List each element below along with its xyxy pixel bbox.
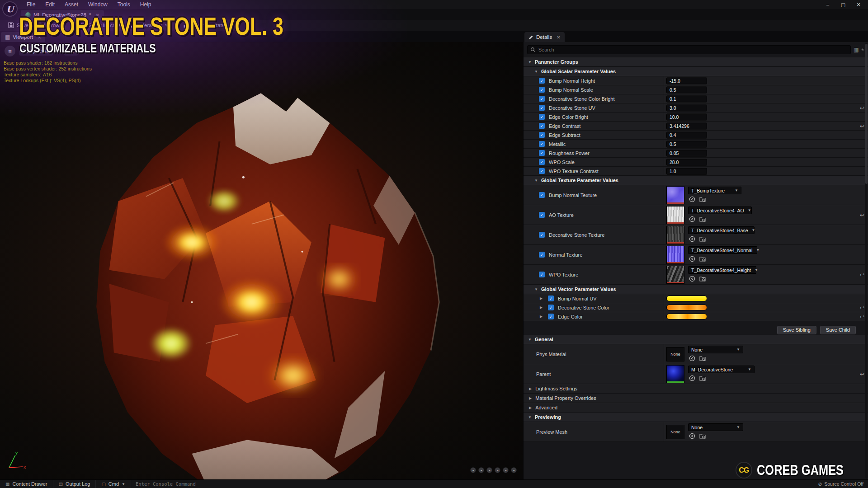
browse-to-asset-icon[interactable] [699, 236, 706, 242]
phys-material-dropdown[interactable]: None ▼ [688, 346, 743, 353]
viewport-control-icon[interactable]: ● [470, 467, 476, 473]
preview-mesh-dropdown[interactable]: None ▼ [688, 423, 743, 431]
param-override-checkbox[interactable]: ✓ [539, 159, 545, 165]
viewport-control-icon[interactable]: ● [503, 467, 509, 473]
param-value-input[interactable]: 3.0 [666, 104, 707, 111]
param-override-checkbox[interactable]: ✓ [548, 296, 554, 301]
menu-file[interactable]: File [22, 1, 40, 8]
menu-help[interactable]: Help [135, 1, 156, 8]
close-icon[interactable]: ✕ [557, 35, 560, 40]
chevron-right-icon[interactable]: ▶ [540, 296, 542, 300]
color-swatch[interactable] [666, 314, 707, 319]
asset-dropdown[interactable]: T_DecorativeStone4_Normal▼ [688, 246, 757, 254]
asset-dropdown[interactable]: T_DecorativeStone4_Height▼ [688, 266, 756, 274]
reset-to-default-button[interactable]: ↩ [860, 212, 864, 218]
browse-to-asset-icon[interactable] [699, 216, 706, 222]
reset-to-default-button[interactable]: ↩ [860, 105, 864, 111]
use-selected-asset-icon[interactable] [689, 236, 695, 242]
cmd-dropdown[interactable]: ▢ Cmd ▼ [96, 480, 131, 488]
phys-material-thumbnail[interactable]: None [666, 347, 684, 361]
search-field[interactable] [538, 47, 848, 52]
browse-to-asset-icon[interactable] [699, 433, 706, 439]
menu-edit[interactable]: Edit [40, 1, 60, 8]
menu-window[interactable]: Window [83, 1, 113, 8]
use-selected-asset-icon[interactable] [689, 276, 695, 282]
reset-to-default-button[interactable]: ↩ [860, 371, 864, 377]
param-override-checkbox[interactable]: ✓ [539, 123, 545, 129]
section-advanced[interactable]: ▶Advanced [524, 403, 868, 413]
texture-thumbnail[interactable] [666, 226, 684, 244]
save-sibling-button[interactable]: Save Sibling [777, 326, 816, 334]
param-override-checkbox[interactable]: ✓ [539, 87, 545, 93]
viewport-control-icon[interactable]: ● [511, 467, 517, 473]
content-drawer-button[interactable]: ▦ Content Drawer [0, 480, 53, 488]
param-override-checkbox[interactable]: ✓ [548, 305, 554, 310]
param-override-checkbox[interactable]: ✓ [539, 168, 545, 174]
menu-tools[interactable]: Tools [113, 1, 135, 8]
display-options-icon[interactable]: ▥ [854, 47, 859, 53]
param-override-checkbox[interactable]: ✓ [539, 212, 545, 218]
color-swatch[interactable] [666, 296, 707, 301]
viewport-menu-icon[interactable]: ≡ [5, 46, 15, 56]
use-selected-asset-icon[interactable] [689, 216, 695, 222]
search-input[interactable] [527, 45, 851, 54]
preview-mesh-thumbnail[interactable]: None [666, 425, 684, 439]
param-override-checkbox[interactable]: ✓ [539, 252, 545, 258]
console-command-input[interactable] [136, 481, 235, 487]
texture-thumbnail[interactable] [666, 266, 684, 284]
browse-to-asset-icon[interactable] [699, 375, 706, 381]
chevron-right-icon[interactable]: ▶ [540, 314, 542, 319]
viewport-control-icon[interactable]: ● [478, 467, 484, 473]
param-value-input[interactable]: -15.0 [666, 77, 707, 84]
param-override-checkbox[interactable]: ✓ [539, 132, 545, 138]
save-child-button[interactable]: Save Child [820, 326, 856, 334]
parent-material-thumbnail[interactable] [666, 365, 684, 383]
parent-material-dropdown[interactable]: M_DecorativeStone ▼ [688, 366, 755, 373]
unreal-logo-icon[interactable]: U [2, 1, 18, 17]
param-override-checkbox[interactable]: ✓ [539, 96, 545, 102]
use-selected-asset-icon[interactable] [689, 433, 695, 439]
param-value-input[interactable]: 0.5 [666, 86, 707, 93]
browse-to-asset-icon[interactable] [699, 196, 706, 202]
param-value-input[interactable]: 1.0 [666, 168, 707, 174]
param-override-checkbox[interactable]: ✓ [548, 314, 554, 319]
section-vector-params[interactable]: ▼ Global Vector Parameter Values [524, 285, 868, 294]
section-texture-params[interactable]: ▼ Global Texture Parameter Values [524, 176, 868, 185]
reset-to-default-button[interactable]: ↩ [860, 272, 864, 278]
tab-details[interactable]: Details ✕ [524, 32, 565, 42]
asset-dropdown[interactable]: T_BumpTexture▼ [688, 187, 741, 194]
use-selected-asset-icon[interactable] [689, 196, 695, 202]
minimize-button[interactable]: – [820, 0, 835, 9]
param-value-input[interactable]: 0.05 [666, 150, 707, 156]
param-override-checkbox[interactable]: ✓ [539, 105, 545, 111]
viewport-control-icon[interactable]: ● [495, 467, 500, 473]
param-override-checkbox[interactable]: ✓ [539, 78, 545, 84]
param-override-checkbox[interactable]: ✓ [539, 114, 545, 120]
section-parameter-groups[interactable]: ▼ Parameter Groups [524, 57, 868, 67]
use-selected-asset-icon[interactable] [689, 375, 695, 381]
settings-gear-icon[interactable] [861, 47, 864, 53]
param-value-input[interactable]: 0.4 [666, 131, 707, 138]
param-value-input[interactable]: 28.0 [666, 159, 707, 165]
param-value-input[interactable]: 0.5 [666, 141, 707, 147]
viewport[interactable]: ≡ Perspective Lit Base pass shader: 162 … [0, 42, 523, 479]
section-previewing[interactable]: ▼ Previewing [524, 413, 868, 422]
param-value-input[interactable]: 3.414296 [666, 122, 707, 129]
texture-thumbnail[interactable] [666, 246, 684, 264]
output-log-button[interactable]: ▤ Output Log [53, 480, 96, 488]
scrollbar[interactable] [865, 43, 868, 479]
param-override-checkbox[interactable]: ✓ [539, 232, 545, 238]
color-swatch[interactable] [666, 305, 707, 310]
param-override-checkbox[interactable]: ✓ [539, 272, 545, 277]
viewport-control-icon[interactable]: ● [486, 467, 492, 473]
param-value-input[interactable]: 0.1 [666, 95, 707, 102]
menu-asset[interactable]: Asset [60, 1, 83, 8]
asset-dropdown[interactable]: T_DecorativeStone4_Base▼ [688, 226, 755, 234]
close-button[interactable]: ✕ [851, 0, 866, 9]
use-selected-asset-icon[interactable] [689, 256, 695, 262]
chevron-right-icon[interactable]: ▶ [540, 305, 542, 310]
param-override-checkbox[interactable]: ✓ [539, 192, 545, 198]
param-override-checkbox[interactable]: ✓ [539, 150, 545, 156]
reset-to-default-button[interactable]: ↩ [860, 314, 864, 320]
reset-to-default-button[interactable]: ↩ [860, 305, 864, 311]
